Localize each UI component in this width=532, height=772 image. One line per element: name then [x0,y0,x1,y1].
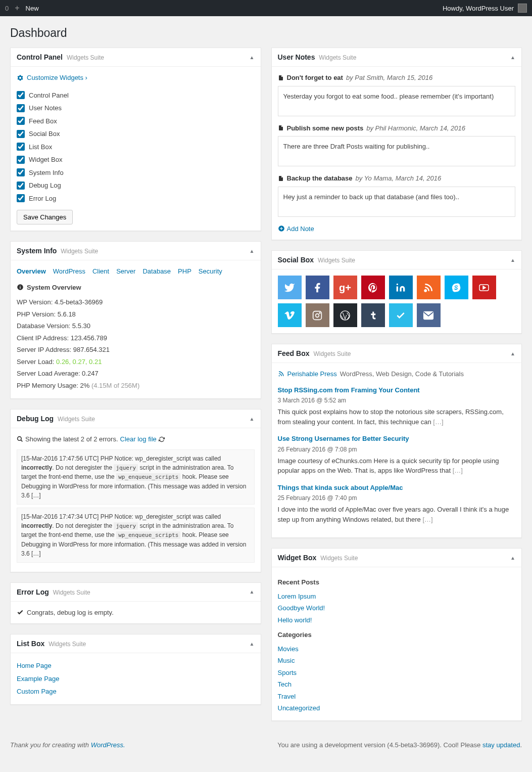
page-title: Dashboard [10,26,522,40]
tab-server[interactable]: Server [116,266,135,277]
feed-source-link[interactable]: Perishable Press [287,369,337,379]
wordpress-link[interactable]: WordPress. [91,741,125,749]
svg-marker-9 [483,286,486,289]
save-changes-button[interactable]: Save Changes [17,210,73,224]
widget-checkbox[interactable] [17,91,25,99]
linkedin-icon[interactable] [389,276,413,299]
toggle-icon[interactable]: ▲ [510,555,515,561]
wordpress-icon[interactable] [333,303,357,327]
checkbox-row: User Notes [17,102,255,115]
stay-updated-link[interactable]: stay updated [482,741,520,749]
note-title: Publish some new posts [287,123,364,133]
feed-item-date: 25 February 2016 @ 7:40 pm [278,493,516,503]
add-note-link[interactable]: Add Note [287,224,314,234]
checkbox-label: List Box [29,142,52,152]
feed-item: Use Strong Usernames for Better Security… [278,434,516,476]
list-link[interactable]: Home Page [17,662,52,669]
widget-checkbox[interactable] [17,143,25,151]
refresh-icon[interactable] [159,436,165,442]
document-icon [278,175,284,182]
tab-client[interactable]: Client [92,266,109,277]
category-link[interactable]: Uncategorized [278,704,320,712]
rss-icon[interactable] [417,276,441,299]
control-panel-widget: Control Panel Widgets Suite ▲ Customize … [10,48,261,231]
feed-item-title[interactable]: Things that kinda suck about Apple/Mac [278,483,516,493]
note-body[interactable]: There are three Draft Posts waiting for … [278,136,516,166]
category-link[interactable]: Travel [278,693,296,700]
recent-posts-heading: Recent Posts [278,577,516,587]
note-body[interactable]: Hey just a reminder to back up that data… [278,187,516,217]
php-memory: PHP Memory Usage: 2% (4.15M of 256M) [17,381,255,391]
toggle-icon[interactable]: ▲ [250,641,255,647]
plus-icon[interactable]: + [15,4,19,13]
tab-wordpress[interactable]: WordPress [53,266,85,277]
clear-log-link[interactable]: Clear log file [120,434,157,444]
toggle-icon[interactable]: ▲ [250,416,255,422]
admin-bar-right[interactable]: Howdy, WordPress User [443,4,527,13]
note-title: Backup the database [287,173,353,184]
toggle-icon[interactable]: ▲ [510,257,515,263]
toggle-icon[interactable]: ▲ [250,248,255,254]
feed-item-title[interactable]: Use Strong Usernames for Better Security [278,434,516,444]
checkbox-row: Widget Box [17,153,255,166]
widget-checkbox[interactable] [17,194,25,202]
instagram-icon[interactable] [306,303,329,327]
skype-icon[interactable] [445,276,468,299]
widget-checkbox[interactable] [17,104,25,112]
recent-post-link[interactable]: Goodbye World! [278,604,325,612]
feed-item-excerpt: I dove into the world of Apple/Mac over … [278,505,516,524]
facebook-icon[interactable] [306,276,329,299]
foursquare-icon[interactable] [389,303,413,327]
checkbox-row: System Info [17,166,255,179]
note-item: Don't forget to eat by Pat Smith, March … [278,73,516,116]
log-entry: [15-Mar-2016 17:47:56 UTC] PHP Notice: w… [17,449,255,505]
customize-widgets-link[interactable]: Customize Widgets › [27,73,87,83]
pinterest-icon[interactable] [361,276,385,299]
toggle-icon[interactable]: ▲ [250,589,255,595]
system-info-title: System Info Widgets Suite [17,247,98,255]
list-link[interactable]: Custom Page [17,688,57,695]
new-link[interactable]: New [26,5,39,12]
widget-checkbox[interactable] [17,168,25,176]
widget-checkbox[interactable] [17,156,25,164]
svg-point-7 [425,290,426,291]
checkbox-label: System Info [29,168,64,178]
feed-item-excerpt: Image courtesy of eChunks.com Here is a … [278,456,516,476]
toggle-icon[interactable]: ▲ [250,55,255,60]
widget-checkbox[interactable] [17,117,25,125]
category-link[interactable]: Sports [278,669,297,676]
widget-checkbox[interactable] [17,181,25,190]
tab-database[interactable]: Database [142,266,171,277]
tab-php[interactable]: PHP [178,266,191,277]
list-link[interactable]: Example Page [17,675,60,683]
widget-checkbox[interactable] [17,130,25,138]
comment-count[interactable]: 0 [5,5,9,12]
note-body[interactable]: Yesterday you forgot to eat some food.. … [278,86,516,116]
youtube-icon[interactable] [472,276,496,299]
checkbox-label: Control Panel [29,90,69,101]
toggle-icon[interactable]: ▲ [510,351,515,356]
vimeo-icon[interactable] [278,303,302,327]
category-link[interactable]: Tech [278,680,292,688]
tab-overview[interactable]: Overview [17,266,46,277]
checkbox-label: Debug Log [29,180,61,191]
recent-post-link[interactable]: Hello world! [278,616,312,624]
note-item: Backup the database by Yo Mama, March 14… [278,173,516,217]
recent-post-link[interactable]: Lorem Ipsum [278,593,316,600]
google-plus-icon[interactable]: g+ [333,276,357,299]
email-icon[interactable] [417,303,441,327]
tab-security[interactable]: Security [199,266,222,277]
note-title: Don't forget to eat [287,73,343,83]
social-box-title: Social Box Widgets Suite [278,256,356,264]
tumblr-icon[interactable] [361,303,385,327]
php-version: PHP Version: 5.6.18 [17,309,255,320]
twitter-icon[interactable] [278,276,302,299]
svg-point-11 [316,313,319,317]
category-link[interactable]: Music [278,657,295,664]
feed-item-title[interactable]: Stop RSSing.com from Framing Your Conten… [278,385,516,395]
avatar[interactable] [518,4,527,13]
category-link[interactable]: Movies [278,645,299,653]
feed-item: Stop RSSing.com from Framing Your Conten… [278,385,516,427]
toggle-icon[interactable]: ▲ [510,55,515,60]
thank-you-text: Thank you for creating with [10,741,91,749]
